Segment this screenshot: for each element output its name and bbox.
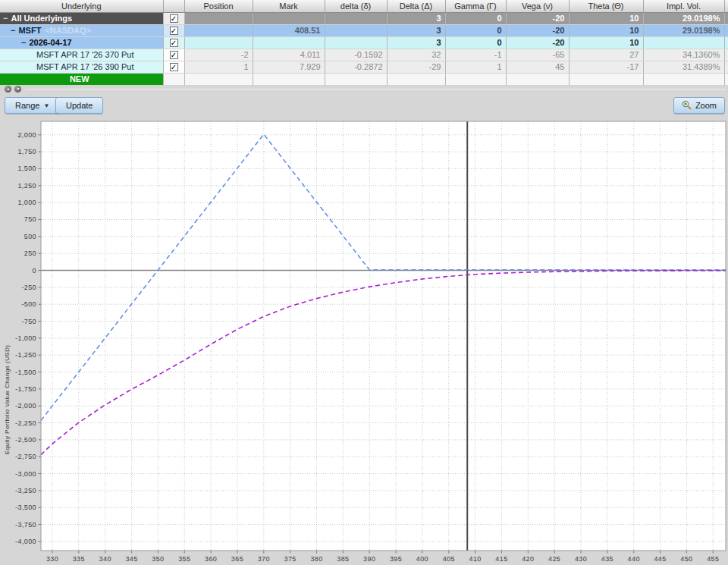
row-checkbox[interactable]: ✓ bbox=[170, 51, 178, 59]
row-checkbox[interactable]: ✓ bbox=[170, 14, 178, 23]
expander-icon[interactable]: − bbox=[11, 26, 15, 35]
column-header-delta[interactable]: Delta (Δ) bbox=[387, 0, 445, 12]
underlying-cell[interactable]: MSFT APR 17 '26 390 Put bbox=[0, 61, 163, 73]
underlying-cell[interactable]: MSFT APR 17 '26 370 Put bbox=[0, 49, 163, 61]
y-tick-label: 1,750 bbox=[17, 148, 36, 155]
row-sublabel: <NASDAQ> bbox=[45, 26, 91, 35]
x-tick-label: 390 bbox=[363, 555, 375, 563]
y-tick-label: 0 bbox=[33, 267, 36, 275]
table-row-position[interactable]: MSFT APR 17 '26 390 Put✓17.929-0.2872-29… bbox=[0, 61, 728, 73]
delta-lower-cell: -0.2872 bbox=[325, 61, 387, 73]
mark-cell: 4.011 bbox=[253, 49, 325, 61]
row-label: NEW bbox=[70, 74, 89, 83]
update-button[interactable]: Update bbox=[55, 97, 103, 114]
chevron-down-icon: ▼ bbox=[43, 102, 49, 109]
column-header-theta[interactable]: Theta (Θ) bbox=[569, 0, 643, 12]
position-cell bbox=[184, 36, 253, 49]
theta-cell: 27 bbox=[569, 49, 643, 61]
x-tick-label: 435 bbox=[601, 555, 613, 563]
range-button[interactable]: Range ▼ bbox=[5, 97, 60, 114]
spacer-cell bbox=[724, 12, 728, 24]
y-tick-label: -250 bbox=[21, 284, 36, 291]
theta-cell: 10 bbox=[569, 36, 643, 49]
table-row-expiry[interactable]: −2026-04-17✓30-2010 bbox=[0, 36, 728, 49]
pnl-plot[interactable]: 3303353403453503553603653703753803853903… bbox=[0, 118, 728, 565]
x-tick-label: 410 bbox=[469, 555, 481, 563]
column-header-gamma[interactable]: Gamma (Γ) bbox=[445, 0, 506, 12]
checkbox-cell: ✓ bbox=[163, 24, 184, 36]
column-header-spacer[interactable] bbox=[724, 0, 728, 12]
impl-vol-cell: 29.0198% bbox=[643, 12, 724, 24]
gamma-cell: 1 bbox=[445, 61, 506, 73]
underlying-cell[interactable]: −MSFT<NASDAQ> bbox=[0, 24, 163, 36]
x-tick-label: 395 bbox=[390, 555, 402, 563]
update-button-label: Update bbox=[66, 101, 93, 110]
y-tick-label: -750 bbox=[21, 318, 36, 325]
column-header-underlying[interactable]: Underlying bbox=[0, 0, 163, 12]
x-tick-label: 445 bbox=[654, 555, 666, 563]
x-tick-label: 415 bbox=[495, 555, 507, 563]
zoom-button-label: Zoom bbox=[695, 101, 717, 110]
delta-lower-cell bbox=[325, 24, 387, 36]
checkbox-cell: ✓ bbox=[163, 61, 184, 73]
gamma-cell: 0 bbox=[445, 24, 506, 36]
positions-table: UnderlyingPositionMarkdelta (δ)Delta (Δ)… bbox=[0, 0, 728, 86]
pnl-chart[interactable]: Equity Portfolio Value Change (USD) 3303… bbox=[0, 118, 728, 565]
arrow-up-icon bbox=[7, 88, 10, 90]
gamma-cell: 0 bbox=[445, 36, 506, 49]
pane-splitter[interactable] bbox=[0, 83, 728, 95]
table-row-all[interactable]: −All Underlyings✓30-201029.0198% bbox=[0, 12, 728, 24]
theta-cell: -17 bbox=[569, 61, 643, 73]
mark-cell: 7.929 bbox=[253, 61, 325, 73]
column-header-mark[interactable]: Mark bbox=[253, 0, 325, 12]
expander-icon[interactable]: − bbox=[3, 14, 8, 23]
x-tick-label: 345 bbox=[125, 555, 137, 563]
delta-lower-cell bbox=[325, 36, 387, 49]
table-row-underlying[interactable]: −MSFT<NASDAQ>✓408.5130-201029.0198% bbox=[0, 24, 728, 36]
column-header-vega[interactable]: Vega (ν) bbox=[506, 0, 569, 12]
row-checkbox[interactable]: ✓ bbox=[170, 63, 178, 71]
expander-icon[interactable]: − bbox=[21, 38, 26, 47]
y-tick-label: -3,500 bbox=[15, 504, 36, 511]
delta-lower-cell: -0.1592 bbox=[325, 49, 387, 61]
delta-cell: 3 bbox=[387, 12, 445, 24]
underlying-cell[interactable]: −2026-04-17 bbox=[0, 36, 163, 49]
vega-cell: -20 bbox=[506, 12, 569, 24]
y-tick-label: -3,750 bbox=[15, 521, 36, 529]
zoom-button[interactable]: Zoom bbox=[673, 97, 725, 114]
y-tick-label: -2,750 bbox=[15, 453, 36, 460]
collapse-down-icon[interactable] bbox=[14, 86, 21, 93]
y-tick-label: -1,500 bbox=[15, 369, 36, 376]
y-tick-label: -2,500 bbox=[15, 436, 36, 444]
table-row-position[interactable]: MSFT APR 17 '26 370 Put✓-24.011-0.159232… bbox=[0, 49, 728, 61]
x-tick-label: 330 bbox=[46, 555, 58, 563]
x-tick-label: 420 bbox=[522, 555, 534, 563]
x-tick-label: 350 bbox=[152, 555, 164, 563]
impl-vol-cell: 29.0198% bbox=[643, 24, 724, 36]
checkbox-cell: ✓ bbox=[163, 36, 184, 49]
y-tick-label: -3,000 bbox=[15, 470, 36, 478]
row-checkbox[interactable]: ✓ bbox=[170, 39, 178, 47]
underlying-cell[interactable]: −All Underlyings bbox=[0, 12, 163, 24]
x-tick-label: 340 bbox=[99, 555, 111, 563]
x-tick-label: 440 bbox=[628, 555, 640, 563]
row-label: MSFT bbox=[18, 26, 41, 35]
column-header-checkbox[interactable] bbox=[163, 0, 184, 12]
x-tick-label: 365 bbox=[231, 555, 243, 563]
y-tick-label: -500 bbox=[21, 300, 36, 308]
row-label: MSFT APR 17 '26 370 Put bbox=[36, 50, 133, 59]
x-tick-label: 455 bbox=[707, 555, 719, 563]
x-tick-label: 335 bbox=[73, 555, 85, 563]
positions-grid: UnderlyingPositionMarkdelta (δ)Delta (Δ)… bbox=[0, 0, 728, 86]
vega-cell: -65 bbox=[506, 49, 569, 61]
spacer-cell bbox=[724, 36, 728, 49]
y-tick-label: -1,000 bbox=[15, 334, 36, 342]
row-checkbox[interactable]: ✓ bbox=[170, 27, 178, 35]
collapse-up-icon[interactable] bbox=[5, 86, 11, 93]
column-header-impl-vol[interactable]: Impl. Vol. bbox=[643, 0, 724, 12]
column-header-position[interactable]: Position bbox=[184, 0, 253, 12]
delta-lower-cell bbox=[325, 12, 387, 24]
position-cell: 1 bbox=[184, 61, 253, 73]
column-header-delta-lower[interactable]: delta (δ) bbox=[325, 0, 387, 12]
spacer-cell bbox=[724, 61, 728, 73]
